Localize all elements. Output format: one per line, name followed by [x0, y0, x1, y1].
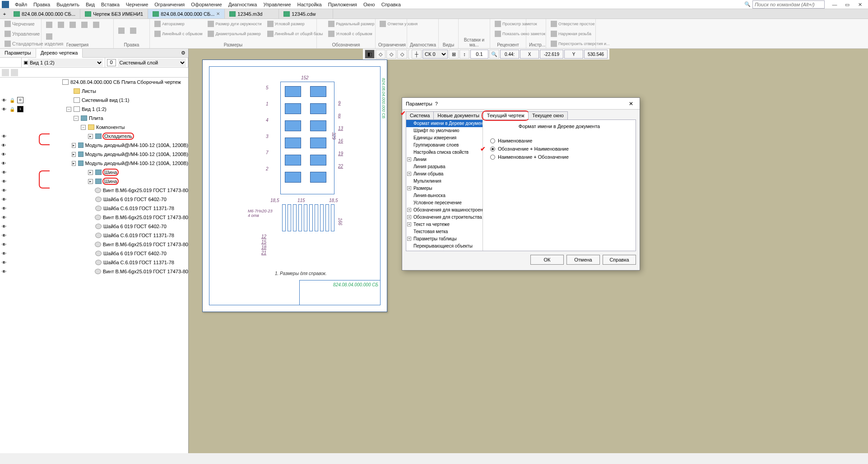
geom-btn[interactable] [91, 20, 101, 30]
dlg-tree-item[interactable]: Формат имени в Дереве документа [406, 120, 483, 127]
manage-button[interactable]: Управление [3, 30, 42, 38]
layer-select[interactable]: Системный слой [118, 59, 186, 67]
tree-row[interactable]: Листы [0, 87, 188, 96]
menu-file[interactable]: Файл [12, 1, 30, 8]
tree-row[interactable]: 👁🔒0Системный вид (1:1) [0, 96, 188, 105]
close-button[interactable]: ✕ [854, 0, 866, 9]
dim-diametral[interactable]: Диаметральный размер [206, 30, 263, 38]
dlg-tree-item[interactable]: Настройка списка свойств [406, 149, 483, 156]
dim-linear-break[interactable]: Линейный с обрывом [153, 30, 204, 38]
plane-select[interactable]: СК 0 [422, 50, 448, 59]
dlg-tree-item[interactable]: Линия-выноска [406, 192, 483, 199]
tree-row[interactable]: 👁▸Модуль диодный@/M4-100-12 (100А, 1200В… [0, 159, 188, 168]
drafting-button[interactable]: Черчение [3, 20, 37, 28]
cancel-button[interactable]: Отмена [566, 255, 600, 265]
tree-row[interactable]: 👁Винт В.М6-6gx25.019 ГОСТ 17473-80 [0, 186, 188, 195]
view-selector[interactable]: ▣Вид 1 (1:2) [22, 58, 105, 67]
dlg-tree-item[interactable]: Условное пересечение [406, 199, 483, 207]
menu-settings[interactable]: Настройка [294, 1, 325, 8]
file-tab-3[interactable]: 12345.m3d [225, 9, 279, 18]
dim-angular[interactable]: Угловой размер [265, 20, 325, 28]
radio-naming-0[interactable]: Наименование [490, 138, 628, 143]
ucs-icon[interactable]: ┼ [412, 50, 422, 59]
new-tab-button[interactable]: + [0, 9, 9, 18]
dlg-tree-item[interactable]: Мультилиния [406, 178, 483, 185]
menu-select[interactable]: Выделить [53, 1, 83, 8]
thread-outer[interactable]: Наружная резьба [549, 30, 612, 38]
menu-edit[interactable]: Правка [30, 1, 53, 8]
geom-btn[interactable] [56, 20, 66, 30]
radio-naming-1[interactable]: ✔Обозначение + Наименование [490, 146, 628, 152]
edit-btn[interactable] [116, 20, 126, 41]
tree-row[interactable]: 👁Винт В.М6-6gx25.019 ГОСТ 17473-80 [0, 213, 188, 222]
geom-btn[interactable] [44, 32, 54, 41]
step-input[interactable] [470, 50, 488, 59]
menu-apps[interactable]: Приложения [325, 1, 360, 8]
dim-linear-base[interactable]: Линейный от общей базы [265, 30, 325, 38]
dialog-tree[interactable]: Формат имени в Дереве документаШрифт по … [406, 120, 483, 251]
panel-gear-icon[interactable]: ⚙ [178, 49, 188, 57]
hole-simple[interactable]: Отверстие простое [549, 20, 612, 28]
zoom-icon[interactable]: 🔍 [489, 50, 499, 59]
dlg-tree-item[interactable]: +Параметры документа [406, 250, 483, 251]
dlg-tree-item[interactable]: +Линии обрыва [406, 170, 483, 178]
minimize-button[interactable]: — [828, 0, 841, 9]
dialog-help-icon[interactable]: ? [432, 100, 441, 107]
dlg-tree-item[interactable]: Шрифт по умолчанию [406, 127, 483, 134]
dlg-tab-current-drawing[interactable]: Текущий чертеж [483, 111, 529, 119]
tree-root[interactable]: 824.08.04.000.000 СБ Плита Сборочный чер… [0, 78, 188, 87]
tree-row[interactable]: 👁▸Шина [0, 177, 188, 186]
toggle-dark[interactable]: ◧ [365, 50, 375, 59]
menu-help[interactable]: Справка [378, 1, 404, 8]
menu-draw[interactable]: Черчение [123, 1, 152, 8]
geom-btn[interactable] [79, 20, 89, 30]
side-tab-tree[interactable]: Дерево чертежа [36, 49, 83, 58]
dialog-close-icon[interactable]: ✕ [626, 100, 636, 108]
dlg-tab-newdocs[interactable]: Новые документы [433, 111, 483, 119]
dlg-tree-item[interactable]: Линия разрыва [406, 163, 483, 170]
search-input[interactable] [752, 0, 825, 9]
menu-window[interactable]: Окно [360, 1, 378, 8]
dlg-tree-item[interactable]: +Параметры таблицы [406, 235, 483, 243]
dlg-tree-item[interactable]: +Линии [406, 156, 483, 163]
tree-row[interactable]: 👁Шайба C.6.019 ГОСТ 11371-78 [0, 204, 188, 213]
canvas-tool[interactable]: ◇ [386, 50, 396, 59]
dlg-tree-item[interactable]: +Обозначения для машиностроения [406, 207, 483, 214]
tree-row[interactable]: 👁▸Охладитель [0, 132, 188, 141]
help-button[interactable]: Справка [603, 255, 636, 265]
drawing-tree[interactable]: 824.08.04.000.000 СБ Плита Сборочный чер… [0, 78, 188, 453]
file-tab-4[interactable]: 12345.cdw [279, 9, 333, 18]
search-icon[interactable] [11, 69, 18, 76]
file-tab-1[interactable]: Чертеж БЕЗ ИМЕНИ1 [80, 9, 148, 18]
tree-row[interactable]: 👁🔒1−Вид 1 (1:2) [0, 105, 188, 114]
step-toggle[interactable]: ⊞ [449, 50, 459, 59]
tree-row[interactable]: 👁Шайба 6 019 ГОСТ 6402-70 [0, 195, 188, 204]
view-select[interactable]: Вид 1 (1:2) [28, 59, 103, 67]
dim-arc[interactable]: Размер дуги окружности [206, 20, 263, 28]
tree-row[interactable]: 👁Винт В.М6-6gx25.019 ГОСТ 17473-80 [0, 267, 188, 276]
menu-view[interactable]: Вид [83, 1, 98, 8]
dlg-tree-item[interactable]: Группирование слоев [406, 142, 483, 149]
menu-constraints[interactable]: Ограничения [151, 1, 188, 8]
tree-row[interactable]: −Компоненты [0, 123, 188, 132]
menu-manage[interactable]: Управление [260, 1, 294, 8]
tree-row[interactable]: 👁▸Модуль диодный@/M4-100-12 (100А, 1200В… [0, 150, 188, 159]
tree-row[interactable]: 👁Шайба C.6.019 ГОСТ 11371-78 [0, 258, 188, 267]
side-tab-params[interactable]: Параметры [0, 49, 36, 57]
dlg-tree-item[interactable]: +Размеры [406, 185, 483, 192]
rebuild-holes[interactable]: Перестроить отверстия и... [549, 40, 612, 48]
tree-row[interactable]: 👁Шайба C.6.019 ГОСТ 11371-78 [0, 231, 188, 240]
ok-button[interactable]: ОК [530, 255, 564, 265]
dlg-tab-current-window[interactable]: Текущее окно [528, 111, 568, 119]
geom-btn[interactable] [44, 20, 54, 30]
tree-row[interactable]: 👁▸Шина [0, 168, 188, 177]
layer-selector[interactable]: 0Системный слой [105, 58, 189, 67]
file-tab-0[interactable]: 824.08.04.000.000 СБ... [9, 9, 80, 18]
radio-naming-2[interactable]: Наименование + Обозначение [490, 154, 628, 160]
dlg-tree-item[interactable]: Единицы измерения [406, 134, 483, 142]
canvas-tool[interactable]: ◇ [376, 50, 385, 59]
dim-auto[interactable]: Авторазмер [153, 20, 204, 28]
canvas-tool[interactable]: ◇ [397, 50, 407, 59]
tree-row[interactable]: 👁Шайба 6 019 ГОСТ 6402-70 [0, 249, 188, 258]
dlg-tree-item[interactable]: Перекрывающиеся объекты [406, 243, 483, 250]
